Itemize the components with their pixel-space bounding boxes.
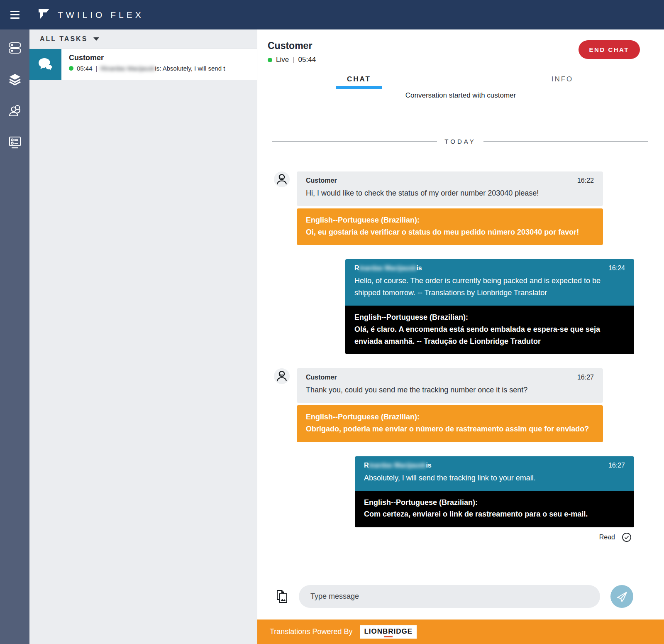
translation-block: English--Portuguese (Brazilian): Com cer… <box>355 491 634 528</box>
live-label: Live <box>276 56 289 64</box>
paper-plane-icon <box>616 590 628 603</box>
message-text: Absolutely, I will send the tracking lin… <box>364 472 625 484</box>
date-divider: TODAY <box>272 138 648 145</box>
task-preview: Rinardas Macijauskis: Absolutely, I will… <box>100 65 225 72</box>
message-time: 16:27 <box>608 462 625 469</box>
end-chat-button[interactable]: END CHAT <box>579 40 640 59</box>
message-author: Customer <box>306 177 337 184</box>
chat-title: Customer <box>268 40 316 51</box>
twilio-flex-logo-icon <box>37 7 51 23</box>
chat-status: Live | 05:44 <box>268 56 316 64</box>
all-tasks-dropdown[interactable]: ALL TASKS <box>29 29 257 49</box>
send-button[interactable] <box>610 585 633 608</box>
message-input[interactable] <box>299 585 600 608</box>
queues-icon[interactable] <box>8 136 22 149</box>
translation-label: English--Portuguese (Brazilian): <box>306 411 594 423</box>
customer-message-bubble: Customer 16:22 Hi, I would like to check… <box>297 171 603 206</box>
message-list: Conversation started with customer TODAY <box>257 89 664 585</box>
lionbridge-logo: LIONBRIDGE <box>360 625 417 639</box>
message-time: 16:24 <box>608 264 625 272</box>
active-tab-underline <box>336 86 382 89</box>
message-time: 16:22 <box>577 177 594 184</box>
translation-block: English--Portuguese (Brazilian): Obrigad… <box>297 405 603 442</box>
task-list-panel: ALL TASKS Customer 05:44 | Rinar <box>29 29 257 644</box>
message-group-agent: Rinardas Macijauskis 16:24 Hello, of cou… <box>257 259 634 354</box>
task-item-customer[interactable]: Customer 05:44 | Rinardas Macijauskis: A… <box>29 49 257 80</box>
message-text: Hi, I would like to check the status of … <box>306 187 594 199</box>
message-author: Rinardas Macijauskis <box>354 264 422 272</box>
live-status-dot <box>268 58 272 62</box>
customer-avatar-icon <box>274 368 290 384</box>
translation-block: English--Portuguese (Brazilian): Oi, eu … <box>297 208 603 245</box>
footer-text: Translations Powered By <box>270 627 352 636</box>
translations-footer: Translations Powered By LIONBRIDGE <box>257 620 664 644</box>
task-time: 05:44 <box>77 65 93 72</box>
message-group-customer: Customer 16:27 Thank you, could you send… <box>274 368 664 442</box>
agents-icon[interactable] <box>8 104 22 118</box>
message-group-customer: Customer 16:22 Hi, I would like to check… <box>274 171 664 245</box>
attach-image-icon[interactable] <box>276 590 288 604</box>
message-time: 16:27 <box>577 374 594 381</box>
tab-chat[interactable]: CHAT <box>257 70 461 89</box>
message-author: Rinardas Macijauskis <box>364 462 432 469</box>
read-receipt: Read <box>257 532 632 542</box>
translation-text: Obrigado, poderia me enviar o número de … <box>306 423 594 435</box>
message-author: Customer <box>306 374 337 381</box>
agent-message-bubble: Rinardas Macijauskis 16:27 Absolutely, I… <box>355 456 634 491</box>
translation-label: English--Portuguese (Brazilian): <box>364 497 625 509</box>
tab-info[interactable]: INFO <box>461 70 664 89</box>
tasks-icon[interactable] <box>8 41 22 54</box>
translation-label: English--Portuguese (Brazilian): <box>354 311 625 323</box>
agent-message-bubble: Rinardas Macijauskis 16:24 Hello, of cou… <box>345 259 634 306</box>
all-tasks-label: ALL TASKS <box>40 35 88 43</box>
customer-avatar-icon <box>274 171 290 187</box>
chat-header: Customer Live | 05:44 END CHAT <box>257 29 664 64</box>
left-sidebar <box>0 29 29 644</box>
translation-text: Com certeza, enviarei o link de rastream… <box>364 508 625 520</box>
translation-label: English--Portuguese (Brazilian): <box>306 214 594 226</box>
message-text: Thank you, could you send me the trackin… <box>306 384 594 396</box>
message-input-row <box>257 585 664 620</box>
chat-duration: 05:44 <box>298 56 316 64</box>
chat-tabs: CHAT INFO <box>257 70 664 89</box>
system-message: Conversation started with customer <box>257 91 664 100</box>
chevron-down-icon <box>93 37 99 41</box>
translation-text: Oi, eu gostaria de verificar o status do… <box>306 226 594 238</box>
app-title: TWILIO FLEX <box>58 10 144 20</box>
translation-text: Olá, é claro. A encomenda está sendo emb… <box>354 323 625 348</box>
translation-block: English--Portuguese (Brazilian): Olá, é … <box>345 306 634 354</box>
hamburger-menu-icon[interactable] <box>0 11 29 19</box>
message-text: Hello, of course. The order is currently… <box>354 275 625 299</box>
chat-task-icon <box>29 49 61 80</box>
top-navbar: TWILIO FLEX <box>0 0 664 29</box>
customer-message-bubble: Customer 16:27 Thank you, could you send… <box>297 368 603 403</box>
status-dot <box>69 66 73 71</box>
read-check-icon <box>622 532 632 542</box>
task-title: Customer <box>69 54 225 62</box>
message-group-agent: Rinardas Macijauskis 16:27 Absolutely, I… <box>257 456 634 527</box>
layers-icon[interactable] <box>8 73 22 86</box>
chat-panel: Customer Live | 05:44 END CHAT CHAT INF <box>257 29 664 644</box>
twilio-flex-app: TWILIO FLEX <box>0 0 664 644</box>
